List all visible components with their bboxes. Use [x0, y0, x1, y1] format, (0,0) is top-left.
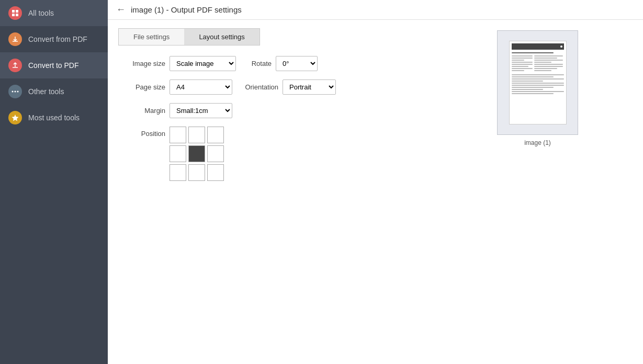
rotate-label: Rotate: [240, 60, 272, 67]
pos-cell-2-2[interactable]: [207, 164, 224, 181]
preview-panel: image (1): [432, 20, 643, 364]
rotate-select[interactable]: 0° 90° 180° 270°: [276, 56, 318, 71]
page-size-label: Page size: [118, 83, 165, 91]
pos-cell-2-1[interactable]: [188, 164, 205, 181]
page-size-row: Page size A4 A3 Letter Legal Orientation…: [118, 79, 422, 95]
content-area: File settings Layout settings Image size…: [108, 20, 643, 364]
sidebar-item-label: Convert to PDF: [28, 61, 78, 70]
sidebar-item-label: Convert from PDF: [28, 35, 87, 43]
svg-point-5: [15, 91, 16, 93]
settings-panel: File settings Layout settings Image size…: [108, 20, 432, 364]
pos-cell-0-0[interactable]: [170, 127, 186, 143]
page-header: ← image (1) - Output PDF settings: [108, 0, 643, 20]
svg-point-4: [12, 91, 14, 93]
tab-file-settings[interactable]: File settings: [119, 29, 184, 45]
position-grid: [170, 127, 224, 181]
svg-point-6: [17, 91, 19, 93]
star-icon: [8, 111, 22, 124]
sidebar-item-all-tools[interactable]: All tools: [0, 0, 108, 26]
page-size-select[interactable]: A4 A3 Letter Legal: [170, 79, 232, 95]
position-section: Position: [118, 127, 422, 181]
back-button[interactable]: ←: [116, 4, 126, 15]
margin-label: Margin: [118, 107, 165, 115]
orientation-select[interactable]: Portrait Landscape: [283, 79, 336, 95]
preview-box: [497, 30, 578, 135]
pos-cell-0-2[interactable]: [207, 127, 224, 143]
svg-rect-0: [12, 10, 15, 13]
position-label: Position: [118, 127, 165, 138]
pos-cell-1-0[interactable]: [170, 145, 186, 162]
image-size-label: Image size: [118, 60, 165, 67]
download-icon: [8, 32, 22, 46]
tab-layout-settings[interactable]: Layout settings: [184, 29, 259, 45]
preview-container: image (1): [497, 30, 578, 146]
sidebar-item-most-used-tools[interactable]: Most used tools: [0, 105, 108, 131]
pos-cell-1-1[interactable]: [188, 145, 205, 162]
sidebar-item-label: Other tools: [28, 87, 64, 96]
upload-icon: [8, 59, 22, 72]
image-size-select[interactable]: Scale image Fit to page Stretch to page: [170, 56, 236, 71]
page-title: image (1) - Output PDF settings: [131, 5, 242, 14]
pos-cell-2-0[interactable]: [170, 164, 186, 181]
pos-cell-1-2[interactable]: [207, 145, 224, 162]
sidebar-item-label: Most used tools: [28, 113, 80, 122]
sidebar-item-other-tools[interactable]: Other tools: [0, 78, 108, 105]
grid-icon: [8, 6, 22, 20]
svg-marker-7: [12, 115, 19, 121]
sidebar-item-convert-from-pdf[interactable]: Convert from PDF: [0, 26, 108, 52]
sidebar-item-label: All tools: [28, 9, 54, 17]
margin-select[interactable]: Small:1cm Medium:2cm Large:3cm None: [170, 103, 232, 118]
margin-row: Margin Small:1cm Medium:2cm Large:3cm No…: [118, 103, 422, 118]
sidebar-item-convert-to-pdf[interactable]: Convert to PDF: [0, 52, 108, 78]
main-content: ← image (1) - Output PDF settings File s…: [108, 0, 643, 364]
orientation-label: Orientation: [236, 83, 278, 91]
pos-cell-0-1[interactable]: [188, 127, 205, 143]
sidebar: All tools Convert from PDF Convert to PD…: [0, 0, 108, 364]
svg-rect-3: [16, 14, 18, 16]
svg-rect-2: [12, 14, 15, 16]
preview-image: [509, 41, 567, 124]
svg-rect-1: [16, 10, 18, 13]
dots-icon: [8, 85, 22, 98]
image-size-row: Image size Scale image Fit to page Stret…: [118, 56, 422, 71]
tab-bar: File settings Layout settings: [118, 28, 260, 46]
preview-label: image (1): [524, 139, 551, 146]
